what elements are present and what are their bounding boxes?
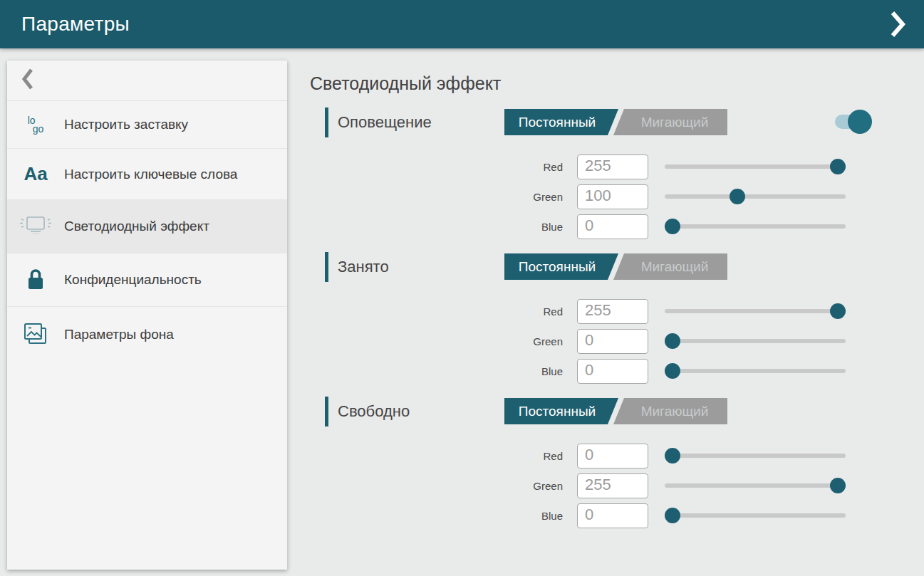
led-effect-icon xyxy=(7,214,64,239)
mode-constant-button[interactable]: Постоянный xyxy=(504,109,618,135)
blue-slider[interactable] xyxy=(665,501,846,530)
blue-label: Blue xyxy=(310,221,563,233)
slider-track xyxy=(665,483,846,488)
sidebar-item-screensaver[interactable]: logo Настроить заставку xyxy=(7,101,287,149)
sidebar-item-privacy[interactable]: Конфиденциальность xyxy=(7,253,287,307)
green-slider[interactable] xyxy=(665,326,846,356)
toggle-knob xyxy=(848,110,872,134)
blue-label: Blue xyxy=(310,510,563,522)
blue-channel-row: Blue xyxy=(310,356,924,386)
mode-constant-button[interactable]: Постоянный xyxy=(504,253,618,280)
slider-track xyxy=(665,339,846,343)
red-slider[interactable] xyxy=(665,152,846,182)
green-channel-row: Green xyxy=(310,182,924,211)
slider-thumb[interactable] xyxy=(830,303,846,319)
sidebar-item-label: Настроить заставку xyxy=(64,115,188,134)
slider-thumb[interactable] xyxy=(665,219,680,234)
slider-thumb[interactable] xyxy=(665,508,680,523)
slider-track xyxy=(665,194,846,199)
blue-value-input[interactable] xyxy=(577,503,648,528)
section-accent-bar xyxy=(325,108,328,137)
slider-track xyxy=(665,224,846,229)
slider-thumb[interactable] xyxy=(730,189,745,204)
green-channel-row: Green xyxy=(310,326,924,356)
blue-channel-row: Blue xyxy=(310,211,924,241)
green-slider[interactable] xyxy=(665,471,846,501)
red-channel-row: Red xyxy=(310,152,924,182)
sidebar-item-label: Конфиденциальность xyxy=(64,271,202,289)
mode-blinking-button[interactable]: Мигающий xyxy=(613,398,727,424)
settings-sidebar: logo Настроить заставку Aa Настроить клю… xyxy=(7,61,287,570)
notification-toggle[interactable] xyxy=(835,110,872,134)
slider-track xyxy=(665,309,846,313)
mode-constant-button[interactable]: Постоянный xyxy=(504,398,618,424)
sidebar-item-label: Настроить ключевые слова xyxy=(64,165,237,184)
mode-segmented-control: Постоянный Мигающий xyxy=(504,398,727,424)
green-label: Green xyxy=(310,191,563,203)
section-free: Свободно Постоянный Мигающий Red Green B… xyxy=(310,397,924,530)
slider-thumb[interactable] xyxy=(665,363,680,379)
slider-thumb[interactable] xyxy=(665,333,680,349)
section-accent-bar xyxy=(325,397,328,426)
sidebar-item-label: Светодиодный эффект xyxy=(64,217,209,236)
section-busy: Занято Постоянный Мигающий Red Green Blu… xyxy=(310,252,924,386)
sidebar-item-background[interactable]: Параметры фона xyxy=(7,307,287,362)
sidebar-item-label: Параметры фона xyxy=(64,325,174,344)
blue-slider[interactable] xyxy=(665,211,846,241)
blue-value-input[interactable] xyxy=(577,359,648,384)
blue-slider[interactable] xyxy=(665,356,846,386)
green-value-input[interactable] xyxy=(577,184,648,209)
blue-label: Blue xyxy=(310,365,563,377)
blue-channel-row: Blue xyxy=(310,501,924,530)
app-header: Параметры xyxy=(0,0,924,48)
slider-track xyxy=(665,454,846,458)
sidebar-item-keywords[interactable]: Aa Настроить ключевые слова xyxy=(7,149,287,200)
slider-thumb[interactable] xyxy=(665,448,680,464)
red-label: Red xyxy=(310,305,563,318)
section-title: Свободно xyxy=(338,402,410,421)
red-channel-row: Red xyxy=(310,296,924,326)
section-title: Занято xyxy=(338,258,389,276)
red-value-input[interactable] xyxy=(577,299,648,324)
section-notification: Оповещение Постоянный Мигающий Red Green xyxy=(310,108,924,241)
red-label: Red xyxy=(310,450,563,462)
lock-icon xyxy=(7,268,64,292)
red-slider[interactable] xyxy=(665,296,846,326)
slider-track xyxy=(665,513,846,518)
green-label: Green xyxy=(310,335,563,347)
green-label: Green xyxy=(310,480,563,492)
led-effect-panel: Светодиодный эффект Оповещение Постоянны… xyxy=(287,48,924,576)
sidebar-item-led-effect[interactable]: Светодиодный эффект xyxy=(7,200,287,253)
red-label: Red xyxy=(310,161,563,173)
logo-icon: logo xyxy=(7,116,64,133)
mode-segmented-control: Постоянный Мигающий xyxy=(504,253,727,280)
blue-value-input[interactable] xyxy=(577,214,648,239)
slider-thumb[interactable] xyxy=(830,478,846,493)
green-channel-row: Green xyxy=(310,471,924,501)
section-title: Оповещение xyxy=(338,113,432,132)
green-value-input[interactable] xyxy=(577,329,648,354)
mode-blinking-button[interactable]: Мигающий xyxy=(613,253,727,280)
red-channel-row: Red xyxy=(310,441,924,471)
mode-segmented-control: Постоянный Мигающий xyxy=(504,109,727,135)
section-accent-bar xyxy=(325,252,328,282)
green-slider[interactable] xyxy=(665,182,846,211)
mode-blinking-button[interactable]: Мигающий xyxy=(613,109,727,135)
page-title: Параметры xyxy=(21,13,130,36)
panel-title: Светодиодный эффект xyxy=(310,73,924,94)
slider-track xyxy=(665,369,846,373)
red-value-input[interactable] xyxy=(577,155,648,179)
red-slider[interactable] xyxy=(665,441,846,471)
keywords-icon: Aa xyxy=(7,163,64,185)
forward-chevron-icon[interactable] xyxy=(886,7,910,41)
green-value-input[interactable] xyxy=(577,473,648,498)
back-chevron-icon xyxy=(21,68,33,93)
red-value-input[interactable] xyxy=(577,444,648,468)
slider-thumb[interactable] xyxy=(830,159,846,174)
background-image-icon xyxy=(7,321,64,347)
slider-track xyxy=(665,164,846,169)
sidebar-back-button[interactable] xyxy=(7,61,287,101)
